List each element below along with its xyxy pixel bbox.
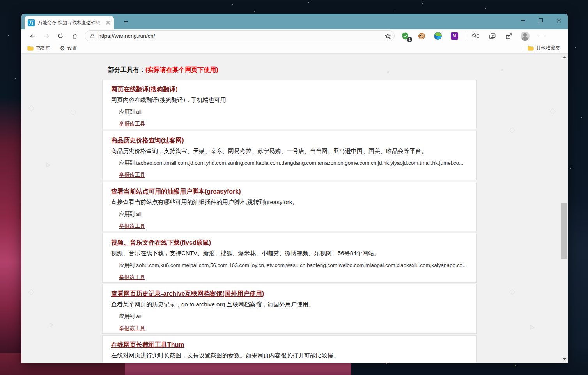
tool-applies: 应用到 all — [119, 313, 471, 320]
report-tool-link[interactable]: 举报该工具 — [119, 121, 145, 128]
idm-extension-icon[interactable] — [432, 30, 443, 41]
heading-text: 部分工具有： — [108, 66, 145, 73]
toolbar-separator — [465, 32, 465, 39]
tab-close-icon[interactable] — [104, 19, 112, 26]
page-heading: 部分工具有：(实际请在某个网页下使用) — [108, 66, 477, 74]
decor-diamond-icon — [550, 108, 556, 115]
scroll-up-icon[interactable] — [561, 54, 568, 60]
favorites-bar-icon[interactable] — [470, 30, 481, 41]
wallpaper-building-left — [0, 98, 21, 363]
browser-tab[interactable]: 万 万能命令-快捷寻找和直达你想要 — [25, 16, 114, 29]
url-text[interactable]: https://wanneng.run/cn/ — [98, 33, 384, 39]
scrollbar-thumb[interactable] — [561, 203, 567, 259]
tool-title-link[interactable]: 视频、音乐文件在线下载(flvcd硕鼠) — [111, 238, 211, 247]
bookmarks-bar: 书签栏 ⚙ 设置 其他收藏夹 — [21, 43, 568, 54]
decor-diamond-icon — [509, 127, 515, 133]
decor-diamond-icon — [28, 289, 35, 295]
decor-circle-icon — [71, 110, 76, 115]
profile-avatar[interactable] — [519, 30, 530, 41]
tab-favicon: 万 — [28, 19, 35, 26]
folder-icon — [528, 46, 534, 51]
tool-description: 网页内容在线翻译(搜狗翻译)，手机端也可用 — [111, 96, 471, 104]
settings-menu-icon[interactable]: ··· — [536, 30, 547, 41]
gear-icon: ⚙ — [60, 45, 65, 51]
address-bar[interactable]: https://wanneng.run/cn/ — [85, 30, 395, 41]
adguard-extension-icon[interactable]: 1 — [400, 30, 411, 41]
report-tool-link[interactable]: 举报该工具 — [119, 274, 145, 281]
tab-strip: 万 万能命令-快捷寻找和直达你想要 + — [21, 14, 568, 29]
bookmarks-separator — [523, 44, 523, 52]
maximize-button[interactable] — [532, 14, 550, 27]
decor-dot-icon — [501, 69, 503, 71]
tool-description: 查看某个网页的历史记录，go to archive org 互联网档案馆，请国外… — [111, 300, 471, 308]
scroll-down-icon[interactable] — [561, 356, 568, 363]
tool-card: 查看网页历史记录-archive互联网档案馆(国外用户使用) 查看某个网页的历史… — [102, 284, 477, 334]
close-button[interactable] — [550, 14, 568, 27]
tool-applies: 应用到 taobao.com,tmall.com,jd.com,yhd.com,… — [119, 160, 471, 167]
tool-description: 视频、音乐在线下载，支持CNTV、新浪、搜狐、爆米花、小咖秀、微博视频、乐视网、… — [111, 249, 471, 257]
tampermonkey-extension-icon[interactable] — [416, 30, 427, 41]
home-icon[interactable] — [69, 30, 80, 41]
other-favorites[interactable]: 其他收藏夹 — [526, 44, 563, 53]
tool-card: 查看当前站点可用的油猴用户脚本(greasyfork) 直接查看当前站点有哪些可… — [102, 182, 477, 231]
tool-card: 在线网页长截图工具Thum 在线对网页进行实时长截图，支持设置截图的参数。如果网… — [102, 335, 477, 363]
decor-diamond-icon — [509, 289, 515, 295]
decor-triangle-icon — [46, 162, 51, 168]
tool-card: 网页在线翻译(搜狗翻译) 网页内容在线翻译(搜狗翻译)，手机端也可用 应用到 a… — [102, 80, 477, 129]
tab-title-fade — [94, 16, 103, 29]
tool-description: 在线对网页进行实时长截图，支持设置截图的参数。如果网页内容很长打开可能比较慢。 — [111, 351, 471, 359]
tool-description: 商品历史价格查询，支持淘宝、天猫、京东、网易考拉、苏宁易购、一号店、当当网、亚马… — [111, 147, 471, 155]
tool-applies: 应用到 all — [119, 211, 471, 218]
share-icon[interactable] — [503, 30, 514, 41]
extension-badge: 1 — [407, 37, 412, 42]
tool-card: 视频、音乐文件在线下载(flvcd硕鼠) 视频、音乐在线下载，支持CNTV、新浪… — [102, 233, 477, 283]
refresh-icon[interactable] — [55, 30, 66, 41]
bookmark-settings[interactable]: ⚙ 设置 — [58, 44, 79, 53]
folder-icon — [27, 46, 34, 51]
browser-toolbar: https://wanneng.run/cn/ 1 N — [21, 29, 568, 43]
tool-title-link[interactable]: 查看网页历史记录-archive互联网档案馆(国外用户使用) — [111, 290, 264, 298]
tool-title-link[interactable]: 在线网页长截图工具Thum — [111, 341, 184, 349]
wallpaper-building-right — [568, 195, 588, 375]
tool-applies: 应用到 all — [119, 108, 471, 116]
settings-label: 设置 — [67, 45, 77, 52]
vertical-scrollbar[interactable] — [561, 54, 568, 363]
tool-applies: 应用到 sohu.com,ku6.com,meipai.com,56.com,1… — [119, 262, 471, 269]
bookmarks-bar-label: 书签栏 — [36, 45, 51, 52]
onenote-extension-icon[interactable]: N — [449, 30, 460, 41]
decor-triangle-icon — [530, 325, 535, 330]
tool-title-link[interactable]: 商品历史价格查询(过客网) — [111, 136, 184, 144]
favorite-star-icon[interactable] — [384, 33, 391, 39]
back-icon[interactable] — [27, 30, 38, 41]
lock-icon[interactable] — [90, 33, 95, 39]
tool-card: 商品历史价格查询(过客网) 商品历史价格查询，支持淘宝、天猫、京东、网易考拉、苏… — [102, 131, 477, 180]
report-tool-link[interactable]: 举报该工具 — [119, 223, 145, 230]
tools-page: 部分工具有：(实际请在某个网页下使用) 网页在线翻译(搜狗翻译) 网页内容在线翻… — [102, 54, 477, 363]
bookmarks-bar-folder[interactable]: 书签栏 — [25, 44, 53, 53]
tool-title-link[interactable]: 网页在线翻译(搜狗翻译) — [111, 85, 178, 93]
tool-title-link[interactable]: 查看当前站点可用的油猴用户脚本(greasyfork) — [111, 187, 241, 195]
decor-triangle-icon — [49, 322, 54, 328]
tab-title: 万能命令-快捷寻找和直达你想要 — [38, 20, 100, 26]
other-favorites-label: 其他收藏夹 — [536, 45, 561, 52]
heading-note: (实际请在某个网页下使用) — [145, 66, 218, 73]
window-controls — [514, 14, 568, 27]
forward-icon[interactable] — [41, 30, 52, 41]
report-tool-link[interactable]: 举报该工具 — [119, 172, 145, 179]
collections-icon[interactable] — [487, 30, 498, 41]
page-content: 部分工具有：(实际请在某个网页下使用) 网页在线翻译(搜狗翻译) 网页内容在线翻… — [21, 54, 568, 363]
browser-window: 万 万能命令-快捷寻找和直达你想要 + — [21, 14, 568, 363]
tool-description: 直接查看当前站点有哪些可用的油猴插件的用户脚本,跳转到greasyfork。 — [111, 198, 471, 206]
decor-diamond-icon — [28, 105, 35, 112]
new-tab-button[interactable]: + — [121, 17, 131, 27]
minimize-button[interactable] — [514, 14, 532, 27]
report-tool-link[interactable]: 举报该工具 — [119, 325, 145, 332]
